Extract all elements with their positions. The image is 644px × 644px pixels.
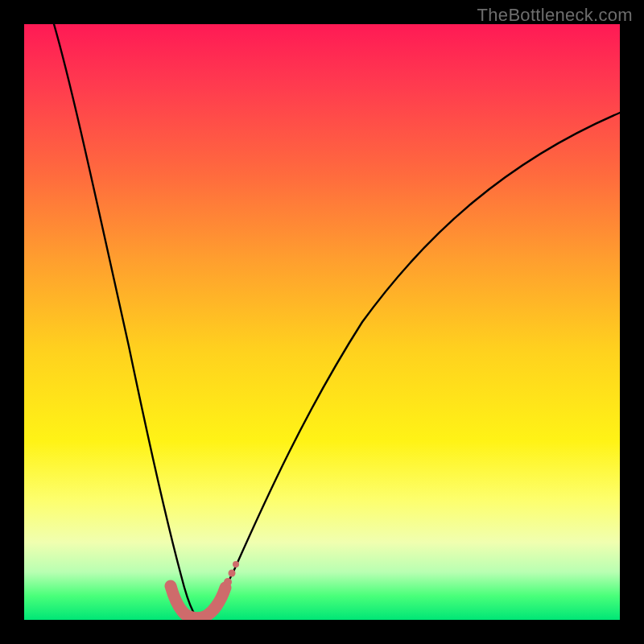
- highlight-dot: [229, 570, 236, 577]
- chart-svg: [24, 24, 620, 620]
- optimal-range-highlight: [171, 586, 225, 618]
- plot-area: [24, 24, 620, 620]
- bottleneck-curve: [54, 24, 620, 616]
- watermark-text: TheBottleneck.com: [477, 5, 633, 26]
- chart-stage: TheBottleneck.com: [0, 0, 644, 644]
- highlight-dot: [233, 561, 239, 568]
- highlight-dot: [224, 578, 232, 586]
